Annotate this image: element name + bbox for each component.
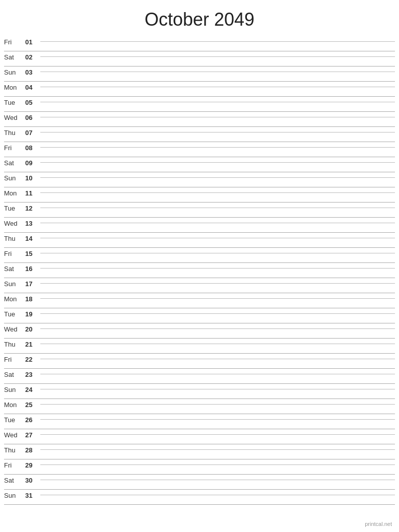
day-row: Sat30 xyxy=(4,475,395,490)
writing-line xyxy=(40,41,395,42)
day-number: 02 xyxy=(25,52,40,61)
day-lines xyxy=(40,113,395,118)
day-name: Sat xyxy=(4,264,25,273)
day-row: Thu28 xyxy=(4,444,395,459)
day-lines xyxy=(40,400,395,406)
day-row: Mon25 xyxy=(4,399,395,414)
day-number: 10 xyxy=(25,173,40,182)
day-lines xyxy=(40,460,395,466)
day-row: Wed13 xyxy=(4,218,395,233)
day-name: Sat xyxy=(4,370,25,378)
day-lines xyxy=(40,491,395,496)
writing-line xyxy=(40,238,395,238)
writing-line xyxy=(40,389,395,389)
day-name: Tue xyxy=(4,204,25,212)
writing-line xyxy=(40,102,395,102)
day-lines xyxy=(40,83,395,88)
day-lines xyxy=(40,173,395,179)
day-name: Sat xyxy=(4,52,25,61)
day-name: Fri xyxy=(4,143,25,152)
day-lines xyxy=(40,188,395,194)
day-number: 30 xyxy=(25,476,40,484)
day-lines xyxy=(40,98,395,103)
day-number: 28 xyxy=(25,445,40,454)
day-name: Wed xyxy=(4,113,25,121)
day-row: Tue12 xyxy=(4,203,395,218)
day-row: Tue19 xyxy=(4,308,395,323)
day-name: Wed xyxy=(4,219,25,227)
day-number: 26 xyxy=(25,415,40,424)
writing-line xyxy=(40,298,395,299)
writing-line xyxy=(40,359,395,359)
day-row: Sun31 xyxy=(4,490,395,505)
day-name: Fri xyxy=(4,460,25,469)
day-row: Wed27 xyxy=(4,429,395,444)
day-name: Fri xyxy=(4,355,25,363)
day-name: Thu xyxy=(4,445,25,454)
day-row: Fri08 xyxy=(4,142,395,157)
writing-line xyxy=(40,72,395,72)
day-row: Sat02 xyxy=(4,51,395,66)
day-number: 24 xyxy=(25,385,40,393)
day-number: 05 xyxy=(25,98,40,106)
day-name: Thu xyxy=(4,234,25,242)
writing-line xyxy=(40,147,395,148)
day-lines xyxy=(40,309,395,315)
day-number: 23 xyxy=(25,370,40,378)
day-name: Fri xyxy=(4,249,25,257)
day-row: Fri01 xyxy=(4,36,395,51)
writing-line xyxy=(40,253,395,253)
day-lines xyxy=(40,279,395,285)
day-name: Thu xyxy=(4,128,25,137)
day-lines xyxy=(40,37,395,43)
day-lines xyxy=(40,385,395,390)
day-lines xyxy=(40,340,395,345)
day-row: Thu07 xyxy=(4,127,395,142)
day-number: 16 xyxy=(25,264,40,273)
writing-line xyxy=(40,434,395,435)
day-row: Sat16 xyxy=(4,263,395,278)
writing-line xyxy=(40,419,395,420)
day-lines xyxy=(40,370,395,375)
day-number: 11 xyxy=(25,188,40,197)
writing-line xyxy=(40,313,395,314)
day-number: 22 xyxy=(25,355,40,363)
writing-line xyxy=(40,268,395,269)
writing-line xyxy=(40,480,395,480)
day-row: Fri29 xyxy=(4,459,395,475)
day-row: Sun10 xyxy=(4,172,395,187)
day-name: Sun xyxy=(4,385,25,393)
writing-line xyxy=(40,283,395,284)
day-number: 19 xyxy=(25,309,40,318)
day-row: Sun03 xyxy=(4,66,395,82)
day-number: 31 xyxy=(25,491,40,499)
day-row: Mon11 xyxy=(4,187,395,203)
day-name: Tue xyxy=(4,98,25,106)
writing-line xyxy=(40,162,395,163)
day-row: Thu21 xyxy=(4,339,395,354)
page-title: October 2049 xyxy=(0,0,399,36)
writing-line xyxy=(40,449,395,450)
writing-line xyxy=(40,132,395,132)
day-number: 20 xyxy=(25,324,40,333)
day-number: 07 xyxy=(25,128,40,137)
day-name: Wed xyxy=(4,430,25,439)
day-lines xyxy=(40,234,395,239)
day-lines xyxy=(40,415,395,421)
writing-line xyxy=(40,344,395,344)
writing-line xyxy=(40,87,395,87)
day-row: Wed20 xyxy=(4,323,395,339)
writing-line xyxy=(40,404,395,405)
day-name: Mon xyxy=(4,188,25,197)
writing-line xyxy=(40,464,395,465)
day-row: Mon18 xyxy=(4,293,395,308)
day-number: 12 xyxy=(25,204,40,212)
day-number: 21 xyxy=(25,340,40,348)
writing-line xyxy=(40,374,395,374)
day-name: Wed xyxy=(4,324,25,333)
writing-line xyxy=(40,117,395,117)
day-name: Tue xyxy=(4,415,25,424)
day-number: 18 xyxy=(25,294,40,303)
writing-line xyxy=(40,208,395,208)
day-lines xyxy=(40,324,395,330)
